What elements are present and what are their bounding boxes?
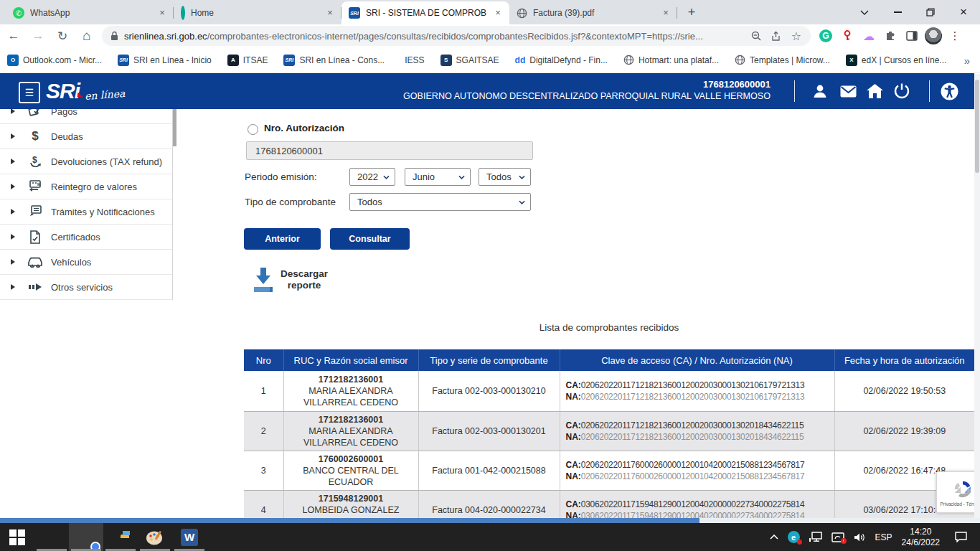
sidebar-item-veh-culos[interactable]: Vehículos (0, 250, 172, 275)
minimize-button[interactable] (881, 0, 914, 24)
bookmark-item[interactable]: IESS (400, 55, 424, 65)
horizontal-scroll-thumb[interactable] (0, 518, 699, 523)
browser-tab[interactable]: Home× (174, 1, 341, 24)
periodo-month-select[interactable]: Junio (405, 168, 471, 186)
network-icon[interactable] (809, 532, 822, 542)
eset-icon[interactable]: e (788, 531, 800, 543)
taskbar-app-firefox[interactable] (34, 523, 69, 551)
browser-tab[interactable]: SRISRI - SISTEMA DE COMPROBANT× (341, 1, 509, 24)
action-center-icon[interactable] (955, 532, 967, 542)
zoom-icon[interactable] (746, 26, 766, 46)
hamburger-menu-icon[interactable]: ☰ (19, 82, 40, 103)
close-window-button[interactable]: × (947, 0, 980, 24)
forward-button[interactable]: → (27, 26, 49, 46)
tipo-comprobante-select[interactable]: Todos (349, 193, 531, 211)
screen-alert-icon[interactable]: ! (831, 532, 844, 542)
taskbar-app-word[interactable]: W (172, 523, 207, 551)
browser-tab[interactable]: Factura (39).pdf× (509, 1, 677, 24)
tab-close-icon[interactable]: × (660, 7, 672, 19)
bookmark-item[interactable]: SRISRI en Línea - Cons... (283, 55, 385, 66)
taskbar-app-file-explorer[interactable] (103, 523, 138, 551)
sidebar-item-tr-mites-y-notificaciones[interactable]: Trámites y Notificaciones (0, 199, 172, 225)
sidebar-item-certificados[interactable]: Certificados (0, 225, 172, 250)
cell-fecha: 02/06/2022 19:50:53 (834, 371, 974, 411)
bookmark-item[interactable]: SRISRI en Línea - Inicio (118, 55, 212, 66)
new-tab-button[interactable]: + (682, 3, 702, 23)
menu-dots-icon[interactable]: ⋮ (944, 26, 966, 46)
account-entity-name: GOBIERNO AUTONOMO DESCENTRALIZADO PARROQ… (403, 90, 771, 103)
browser-tab[interactable]: ✆WhatsApp× (6, 1, 174, 24)
anterior-button[interactable]: Anterior (244, 228, 321, 250)
cell-tipo: Factura 001-042-000215088 (418, 451, 560, 490)
accessibility-icon[interactable] (940, 82, 958, 100)
chevron-right-icon (11, 184, 15, 189)
bookmark-item[interactable]: AITSAE (227, 55, 268, 66)
address-bar[interactable]: srienlinea.sri.gob.ec/comprobantes-elect… (102, 26, 811, 46)
puzzle-icon[interactable] (880, 26, 901, 46)
sidebar-item-reintegro-de-valores[interactable]: MReintegro de valores (0, 174, 172, 199)
reload-button[interactable]: ↻ (52, 26, 73, 46)
restore-button[interactable] (914, 0, 947, 24)
home-button[interactable]: ⌂ (76, 26, 98, 46)
mail-icon[interactable] (839, 82, 857, 100)
cell-fecha: 02/06/2022 19:39:09 (834, 411, 974, 451)
taskbar-app-chrome[interactable] (69, 523, 103, 551)
tab-title: Home (191, 8, 319, 18)
sidebar-item-label: Devoluciones (TAX refund) (51, 156, 162, 167)
taskbar-clock[interactable]: 14:2024/6/2022 (902, 527, 940, 548)
tab-close-icon[interactable]: × (492, 7, 504, 19)
vertical-scroll-thumb[interactable] (975, 80, 979, 173)
descargar-reporte-link[interactable]: Descargarreporte (253, 266, 328, 293)
tray-chevron-icon[interactable] (770, 534, 778, 540)
sidebar-item-label: Otros servicios (51, 282, 113, 293)
lock-icon[interactable] (110, 31, 118, 41)
system-tray: e ! ESP 14:2024/6/2022 (770, 523, 980, 551)
devoluciones-icon: $ (27, 155, 43, 169)
sri-logo[interactable]: SRi en línea (46, 79, 125, 111)
speaker-icon[interactable] (854, 532, 866, 542)
side-panel-icon[interactable] (901, 26, 923, 46)
chevron-down-icon[interactable] (848, 0, 881, 24)
back-button[interactable]: ← (3, 26, 24, 46)
recaptcha-badge[interactable]: Privacidad - Términos (936, 471, 980, 513)
periodo-day-select[interactable]: Todos (479, 168, 531, 186)
user-icon[interactable] (811, 82, 829, 100)
taskbar-app-paint[interactable] (138, 523, 172, 551)
avatar[interactable] (923, 26, 944, 46)
bookmark-item[interactable]: OOutlook.com - Micr... (7, 55, 102, 66)
sidebar-item-otros-servicios[interactable]: Otros servicios (0, 275, 172, 300)
vertical-scrollbar[interactable] (974, 74, 980, 518)
periodo-year-select[interactable]: 2022 (349, 168, 395, 186)
table-row: 21712182136001MARIA ALEXANDRA VILLARREAL… (244, 411, 974, 451)
sidebar-item-label: Trámites y Notificaciones (51, 207, 155, 217)
horizontal-scrollbar[interactable] (0, 518, 980, 523)
bookmark-item[interactable]: Templates | Microw... (735, 55, 830, 65)
share-icon[interactable] (766, 26, 786, 46)
bookmark-item[interactable]: Hotmart: una plataf... (623, 55, 719, 65)
bookmark-item[interactable]: XedX | Cursos en líne... (846, 55, 947, 66)
bookmark-label: SGAITSAE (456, 55, 499, 65)
key-icon[interactable] (837, 26, 858, 46)
bookmark-item[interactable]: ddDigitalDefynd - Fin... (515, 55, 608, 65)
tab-close-icon[interactable]: × (156, 7, 168, 19)
star-icon[interactable]: ☆ (786, 26, 806, 46)
bookmark-label: Hotmart: una plataf... (639, 55, 719, 65)
language-indicator[interactable]: ESP (875, 532, 892, 542)
autorizacion-input[interactable] (246, 141, 533, 160)
chevron-right-icon (11, 159, 15, 164)
sidebar-item-deudas[interactable]: $Deudas (0, 124, 172, 149)
start-button[interactable] (0, 523, 34, 551)
sidebar-scrollbar[interactable] (173, 109, 176, 146)
home-icon[interactable] (865, 82, 884, 100)
bookmarks-overflow-chevron[interactable]: » (964, 47, 970, 73)
bookmark-item[interactable]: SSGAITSAE (440, 55, 499, 66)
word-icon: W (181, 529, 198, 546)
sidebar-item-devoluciones-tax-refund[interactable]: $Devoluciones (TAX refund) (0, 149, 172, 174)
grammarly-icon[interactable]: G (815, 26, 837, 46)
power-icon[interactable] (892, 82, 911, 100)
cloud-icon[interactable]: ☁ (858, 26, 880, 46)
tab-close-icon[interactable]: × (324, 7, 336, 19)
itsae-icon: A (227, 55, 239, 66)
nro-autorizacion-radio[interactable] (248, 124, 258, 135)
consultar-button[interactable]: Consultar (330, 228, 410, 250)
